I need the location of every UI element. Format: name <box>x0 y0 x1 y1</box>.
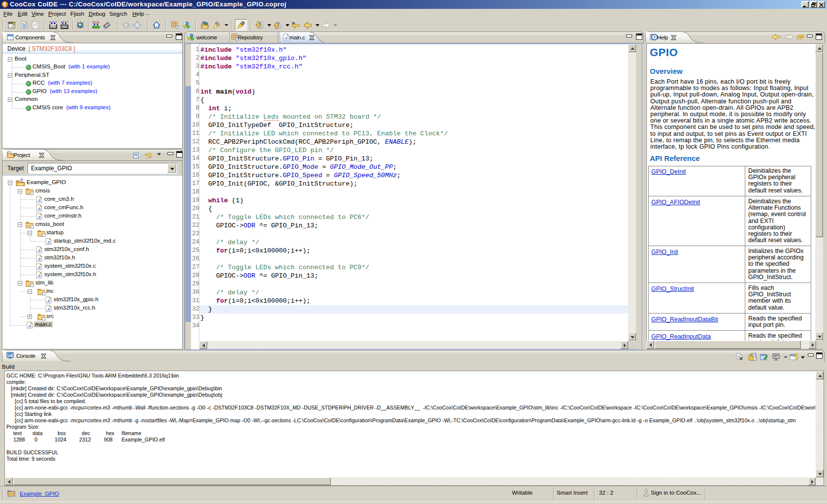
svg-text:I: I <box>4 1 6 7</box>
svg-text:.c: .c <box>285 35 288 40</box>
